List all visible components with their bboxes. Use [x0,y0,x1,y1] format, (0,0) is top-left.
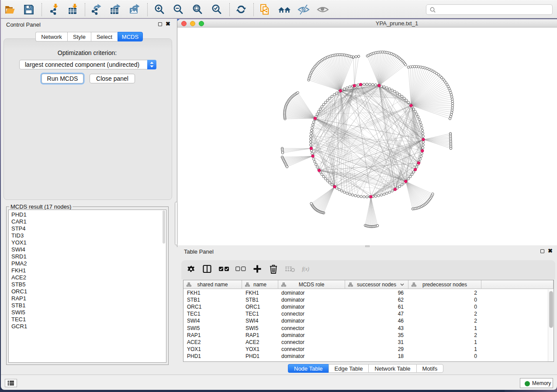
svg-text:f(x): f(x) [302,266,309,272]
